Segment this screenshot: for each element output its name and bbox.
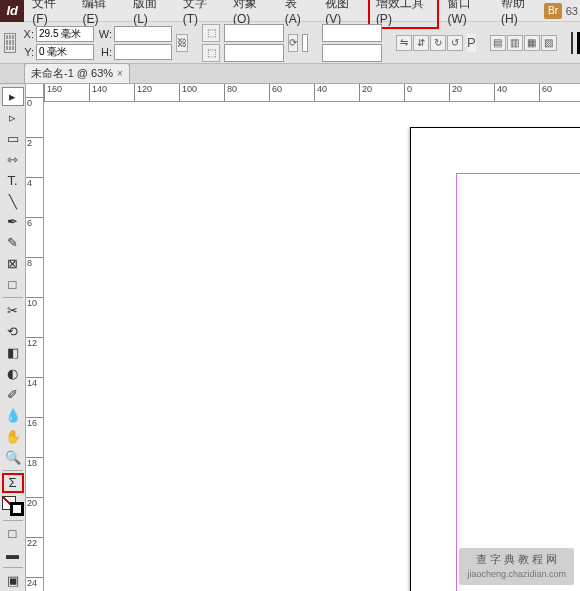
transform-tool[interactable]: ⟲ [2, 322, 24, 341]
hand-tool[interactable]: ✋ [2, 427, 24, 446]
ruler-h-tick: 40 [494, 84, 507, 101]
gradient-feather-tool[interactable]: ◐ [2, 364, 24, 383]
ruler-h-tick: 60 [269, 84, 282, 101]
flip-h-icon[interactable]: ⇋ [396, 35, 412, 51]
selection-tool[interactable]: ▸ [2, 87, 24, 106]
rectangle-tool[interactable]: □ [2, 275, 24, 294]
ruler-h-tick: 140 [89, 84, 107, 101]
ruler-v-tick: 2 [26, 137, 43, 148]
view-mode[interactable]: ▣ [2, 571, 24, 590]
page-margin-guide [456, 173, 580, 591]
workspace: ▸▹▭⇿T.╲✒✎⊠□✂⟲◧◐✐💧✋🔍Σ□▬▣ 0246810121416182… [0, 84, 580, 591]
stroke-weight-field[interactable] [322, 24, 382, 42]
tab-title: 未命名-1 @ 63% [31, 66, 113, 81]
ruler-v-tick: 12 [26, 337, 43, 348]
center-content-icon[interactable]: ▦ [524, 35, 540, 51]
watermark: 查 字 典 教 程 网 jiaocheng.chazidian.com [459, 548, 574, 585]
page[interactable] [410, 127, 580, 591]
ruler-v-tick: 10 [26, 297, 43, 308]
gradient-swatch-tool[interactable]: ◧ [2, 343, 24, 362]
fit-content-icon[interactable]: ▤ [490, 35, 506, 51]
zoom-tool[interactable]: 🔍 [2, 448, 24, 467]
ruler-h-tick: 100 [179, 84, 197, 101]
ruler-v-tick: 14 [26, 377, 43, 388]
ruler-v-tick: 24 [26, 577, 43, 588]
toolbox: ▸▹▭⇿T.╲✒✎⊠□✂⟲◧◐✐💧✋🔍Σ□▬▣ [0, 84, 26, 591]
ruler-h-tick: 120 [134, 84, 152, 101]
w-label: W: [98, 28, 112, 40]
rotate-icon[interactable]: ⟳ [288, 34, 298, 52]
x-label: X: [20, 28, 34, 40]
flip-v-icon[interactable]: ⇵ [413, 35, 429, 51]
rectangle-frame-tool[interactable]: ⊠ [2, 254, 24, 273]
menu-window[interactable]: 窗口(W) [439, 0, 493, 29]
document-tab[interactable]: 未命名-1 @ 63% × [24, 63, 130, 83]
paragraph-p-icon[interactable]: P [467, 34, 476, 52]
ruler-v-tick: 18 [26, 457, 43, 468]
constrain-icon[interactable]: ⛓ [176, 34, 188, 52]
fill-frame-icon[interactable]: ▧ [541, 35, 557, 51]
tab-close-icon[interactable]: × [117, 68, 123, 79]
scale-y-field[interactable] [224, 44, 284, 62]
scale-x-field[interactable] [224, 24, 284, 42]
rotate-ccw-icon[interactable]: ↺ [447, 35, 463, 51]
pen-tool[interactable]: ✒ [2, 213, 24, 232]
ruler-h-tick: 40 [314, 84, 327, 101]
ruler-v-tick: 16 [26, 417, 43, 428]
y-label: Y: [20, 46, 34, 58]
pencil-tool[interactable]: ✎ [2, 233, 24, 252]
apply-color[interactable]: ▬ [2, 545, 24, 564]
h-input[interactable] [114, 44, 172, 60]
page-tool[interactable]: ▭ [2, 129, 24, 148]
rotate-cw-icon[interactable]: ↻ [430, 35, 446, 51]
format-container[interactable]: □ [2, 524, 24, 543]
x-input[interactable] [36, 26, 94, 42]
ruler-v-tick: 0 [26, 97, 43, 108]
ruler-v-tick: 4 [26, 177, 43, 188]
canvas[interactable] [62, 102, 580, 591]
direct-select-tool[interactable]: ▹ [2, 108, 24, 127]
ruler-h-tick: 80 [224, 84, 237, 101]
menu-bar: Id 文件(F) 编辑(E) 版面(L) 文字(T) 对象(O) 表(A) 视图… [0, 0, 580, 22]
bridge-icon[interactable]: Br [544, 3, 561, 19]
ruler-v-tick: 8 [26, 257, 43, 268]
note-tool[interactable]: ✐ [2, 385, 24, 404]
y-input[interactable] [36, 44, 94, 60]
stroke-style-field[interactable] [322, 44, 382, 62]
ruler-v-tick: 6 [26, 217, 43, 228]
ruler-v-tick: 22 [26, 537, 43, 548]
ruler-h-tick: 60 [539, 84, 552, 101]
fit-frame-icon[interactable]: ▥ [507, 35, 523, 51]
ruler-h-tick: 160 [44, 84, 62, 101]
line-tool[interactable]: ╲ [2, 192, 24, 211]
type-tool[interactable]: T. [2, 171, 24, 190]
ruler-h-tick: 20 [449, 84, 462, 101]
fill-stroke-swap[interactable] [2, 496, 24, 517]
scale-y-icon[interactable]: ⬚ [202, 44, 220, 62]
watermark-title: 查 字 典 教 程 网 [467, 552, 566, 566]
ruler-vertical: 024681012141618202224 [26, 84, 44, 591]
truncated-value: 63 [566, 5, 580, 17]
scale-x-icon[interactable]: ⬚ [202, 24, 220, 42]
menu-help[interactable]: 帮助(H) [493, 0, 544, 29]
gap-tool[interactable]: ⇿ [2, 150, 24, 169]
sigma-tool[interactable]: Σ [2, 473, 24, 492]
rotate-field[interactable] [302, 34, 308, 52]
ruler-horizontal: 160140120100806040200204060 [44, 84, 580, 102]
scissors-tool[interactable]: ✂ [2, 301, 24, 320]
ruler-h-tick: 0 [404, 84, 412, 101]
ruler-v-tick: 20 [26, 497, 43, 508]
eyedropper-tool[interactable]: 💧 [2, 406, 24, 425]
document-tab-bar: 未命名-1 @ 63% × [0, 64, 580, 84]
watermark-url: jiaocheng.chazidian.com [467, 569, 566, 579]
canvas-zone: 160140120100806040200204060 [44, 84, 580, 591]
w-input[interactable] [114, 26, 172, 42]
fill-swatch[interactable] [571, 32, 573, 54]
app-logo: Id [0, 0, 24, 22]
reference-point[interactable] [4, 33, 16, 53]
h-label: H: [98, 46, 112, 58]
ruler-h-tick: 20 [359, 84, 372, 101]
